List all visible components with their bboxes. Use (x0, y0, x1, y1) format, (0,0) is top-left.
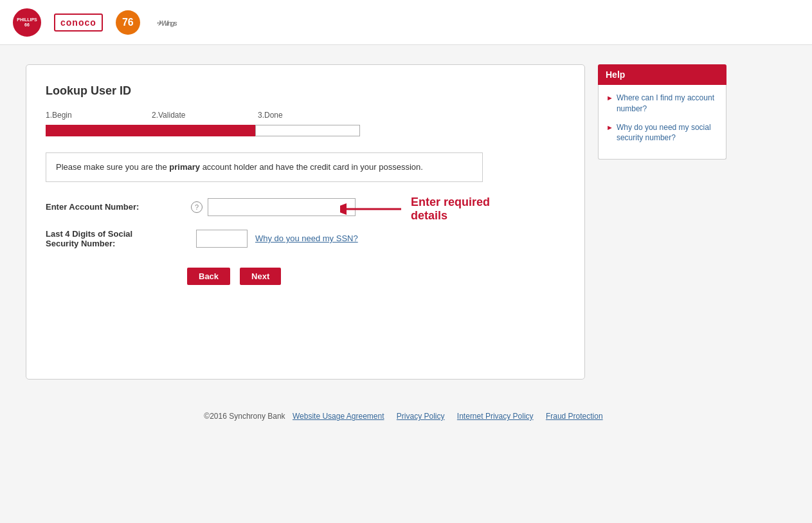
ssn-link[interactable]: Why do you need my SSN? (255, 234, 358, 243)
account-number-label: Enter Account Number: (46, 202, 187, 212)
svg-text:✈ Wings: ✈ Wings (156, 19, 177, 27)
progress-bar-1 (46, 125, 150, 136)
steps-labels: 1.Begin 2.Validate 3.Done (46, 111, 565, 120)
conoco-logo: conoco (54, 14, 103, 32)
help-link-2[interactable]: Why do you need my social security numbe… (617, 122, 718, 144)
footer-link-internet-privacy[interactable]: Internet Privacy Policy (457, 412, 534, 421)
account-number-row: Enter Account Number: ? Enter requiredde… (46, 198, 565, 216)
info-box: Please make sure you are the primary acc… (46, 152, 483, 182)
footer-link-usage[interactable]: Website Usage Agreement (293, 412, 384, 421)
footer-link-privacy[interactable]: Privacy Policy (397, 412, 445, 421)
help-header: Help (598, 64, 726, 85)
page-title: Lookup User ID (46, 84, 565, 98)
arrow-annotation: Enter requireddetails (340, 196, 490, 223)
button-row: Back Next (46, 268, 565, 285)
help-panel: Help ► Where can I find my account numbe… (598, 64, 726, 160)
wings-logo: ✈ Wings (153, 9, 204, 36)
account-number-input[interactable] (208, 198, 356, 216)
ssn-label: Last 4 Digits of SocialSecurity Number: (46, 229, 187, 248)
progress-bar-2 (150, 125, 255, 136)
ssn-input[interactable] (196, 230, 248, 248)
help-body: ► Where can I find my account number? ► … (598, 85, 726, 160)
step-2-label: 2.Validate (152, 111, 258, 120)
main-content: Lookup User ID 1.Begin 2.Validate 3.Done… (0, 45, 812, 399)
step-1-label: 1.Begin (46, 111, 152, 120)
76-logo: 76 (116, 10, 140, 35)
ssn-row: Last 4 Digits of SocialSecurity Number: … (46, 229, 565, 248)
step-3-label: 3.Done (258, 111, 348, 120)
footer: ©2016 Synchrony Bank Website Usage Agree… (0, 399, 812, 434)
help-arrow-1: ► (606, 94, 613, 102)
form-card: Lookup User ID 1.Begin 2.Validate 3.Done… (26, 64, 585, 380)
progress-bars (46, 125, 565, 136)
help-item-2: ► Why do you need my social security num… (606, 122, 718, 144)
progress-bar-3 (255, 125, 360, 136)
help-link-1[interactable]: Where can I find my account number? (617, 93, 718, 115)
copyright: ©2016 Synchrony Bank (204, 412, 285, 421)
footer-link-fraud[interactable]: Fraud Protection (546, 412, 603, 421)
next-button[interactable]: Next (240, 268, 281, 285)
header: PHILLIPS66 conoco 76 ✈ Wings (0, 0, 812, 45)
help-item-1: ► Where can I find my account number? (606, 93, 718, 115)
back-button[interactable]: Back (187, 268, 230, 285)
phillips66-logo: PHILLIPS66 (13, 8, 41, 37)
arrow-svg (340, 199, 404, 219)
annotation-text: Enter requireddetails (411, 196, 490, 223)
help-arrow-2: ► (606, 124, 613, 131)
account-help-icon[interactable]: ? (191, 201, 203, 213)
